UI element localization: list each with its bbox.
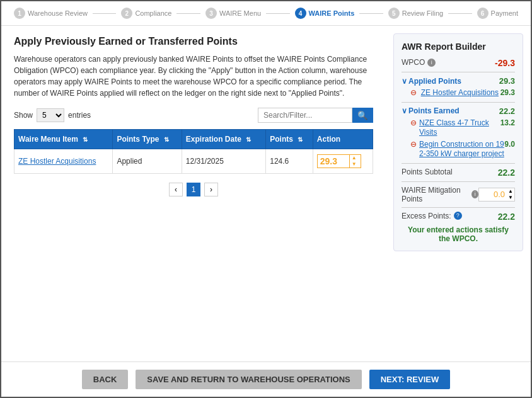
points-earned-value: 22.2 bbox=[499, 106, 515, 116]
step-connector-3 bbox=[266, 13, 289, 14]
show-label: Show bbox=[14, 111, 33, 120]
step-label-6: Payment bbox=[491, 9, 518, 17]
remove-earned-icon-1[interactable]: ⊖ bbox=[410, 118, 417, 127]
waire-mitigation-increment[interactable]: ▲ bbox=[507, 188, 514, 195]
next-review-button[interactable]: NEXT: REVIEW bbox=[369, 370, 450, 389]
step-label-3: WAIRE Menu bbox=[219, 9, 261, 17]
excess-points-help-icon[interactable]: ? bbox=[454, 212, 462, 220]
earned-item-link-1[interactable]: NZE Class 4-7 Truck Visits bbox=[419, 118, 500, 138]
action-value-input[interactable] bbox=[318, 155, 349, 168]
step-label-4: WAIRE Points bbox=[309, 9, 355, 17]
step-connector-4 bbox=[359, 13, 383, 14]
divider-5 bbox=[402, 207, 515, 208]
step-circle-6: 6 bbox=[477, 8, 489, 19]
waire-mitigation-decrement[interactable]: ▼ bbox=[507, 195, 514, 201]
wpco-row: WPCO i -29.3 bbox=[402, 58, 515, 68]
cell-expiration-date: 12/31/2025 bbox=[182, 149, 265, 174]
wpco-value: -29.3 bbox=[495, 58, 515, 68]
divider-4 bbox=[402, 181, 515, 182]
search-input[interactable] bbox=[258, 108, 352, 123]
applied-points-toggle[interactable]: ∨ bbox=[402, 77, 407, 86]
subtotal-label: Points Subtotal bbox=[402, 168, 453, 176]
left-panel: Apply Previously Earned or Transferred P… bbox=[1, 26, 386, 361]
action-spinner: ▲ ▼ bbox=[349, 155, 359, 168]
data-table: Waire Menu Item ⇅ Points Type ⇅ Expirati… bbox=[14, 129, 373, 174]
waire-mitigation-info-icon[interactable]: i bbox=[471, 190, 478, 198]
awr-title: AWR Report Builder bbox=[402, 42, 515, 52]
page-1-button[interactable]: 1 bbox=[187, 183, 200, 196]
subtotal-row: Points Subtotal 22.2 bbox=[402, 168, 515, 178]
step-circle-2: 2 bbox=[121, 8, 132, 19]
earned-item-row-1: ⊖ NZE Class 4-7 Truck Visits 13.2 bbox=[402, 118, 515, 138]
search-button[interactable]: 🔍 bbox=[352, 108, 373, 123]
col-header-expiration-date[interactable]: Expiration Date ⇅ bbox=[182, 130, 265, 149]
step-circle-5: 5 bbox=[388, 8, 400, 19]
earned-item-value-1: 13.2 bbox=[500, 118, 515, 127]
stepper: 1 Warehouse Review 2 Compliance 3 WAIRE … bbox=[1, 1, 531, 26]
action-input-wrap: ▲ ▼ bbox=[317, 154, 361, 168]
col-header-points-type[interactable]: Points Type ⇅ bbox=[113, 130, 182, 149]
cell-points-type: Applied bbox=[113, 149, 182, 174]
wpco-label: WPCO i bbox=[402, 58, 436, 67]
step-circle-4: 4 bbox=[295, 8, 306, 19]
step-connector-2 bbox=[176, 13, 200, 14]
satisfy-message: Your entered actions satisfy the WPCO. bbox=[402, 225, 515, 243]
step-1[interactable]: 1 Warehouse Review bbox=[14, 8, 88, 19]
excess-points-row: Excess Points: ? 22.2 bbox=[402, 212, 515, 222]
save-return-button[interactable]: SAVE AND RETURN TO WAREHOUSE OPERATIONS bbox=[136, 370, 361, 389]
step-6[interactable]: 6 Payment bbox=[477, 8, 518, 19]
earned-item-row-2: ⊖ Begin Construction on 19 2-350 kW char… bbox=[402, 140, 515, 159]
col-header-menu-item[interactable]: Waire Menu Item ⇅ bbox=[14, 130, 113, 149]
awr-report-builder: AWR Report Builder WPCO i -29.3 ∨ Applie… bbox=[393, 33, 523, 251]
prev-page-button[interactable]: ‹ bbox=[169, 183, 183, 196]
sort-icon-points-type: ⇅ bbox=[164, 136, 169, 143]
page-description: Warehouse operators can apply previously… bbox=[14, 54, 373, 99]
pagination: ‹ 1 › bbox=[14, 183, 373, 196]
wpco-info-icon[interactable]: i bbox=[427, 59, 436, 67]
cell-action: ▲ ▼ bbox=[313, 149, 373, 174]
applied-points-value: 29.3 bbox=[499, 76, 515, 86]
remove-applied-icon[interactable]: ⊖ bbox=[410, 88, 417, 97]
menu-item-link[interactable]: ZE Hostler Acquisitions bbox=[18, 157, 96, 166]
search-box: 🔍 bbox=[258, 108, 373, 123]
footer: BACK SAVE AND RETURN TO WAREHOUSE OPERAT… bbox=[1, 361, 531, 397]
subtotal-value: 22.2 bbox=[498, 168, 515, 178]
action-increment-button[interactable]: ▲ bbox=[350, 155, 359, 161]
divider-1 bbox=[402, 72, 515, 72]
cell-menu-item: ZE Hostler Acquisitions bbox=[14, 149, 113, 174]
step-3[interactable]: 3 WAIRE Menu bbox=[205, 8, 261, 19]
step-5[interactable]: 5 Review Filing bbox=[388, 8, 443, 19]
col-header-points[interactable]: Points ⇅ bbox=[266, 130, 313, 149]
remove-earned-icon-2[interactable]: ⊖ bbox=[410, 140, 417, 149]
step-4[interactable]: 4 WAIRE Points bbox=[295, 8, 355, 19]
next-page-button[interactable]: › bbox=[204, 183, 218, 196]
entries-select[interactable]: 5 10 25 bbox=[37, 108, 64, 122]
step-2[interactable]: 2 Compliance bbox=[121, 8, 171, 19]
cell-points: 124.6 bbox=[266, 149, 313, 174]
step-circle-1: 1 bbox=[14, 8, 25, 19]
earned-item-link-2[interactable]: Begin Construction on 19 2-350 kW charge… bbox=[419, 140, 504, 159]
entries-label: entries bbox=[68, 111, 91, 120]
back-button[interactable]: BACK bbox=[82, 370, 129, 389]
sort-icon-menu-item: ⇅ bbox=[83, 136, 88, 143]
waire-mitigation-label: WAIRE Mitigation Points i bbox=[402, 186, 478, 203]
main-content: Apply Previously Earned or Transferred P… bbox=[1, 26, 531, 361]
step-connector-5 bbox=[448, 13, 471, 14]
step-label-2: Compliance bbox=[135, 9, 171, 17]
step-circle-3: 3 bbox=[205, 8, 217, 19]
divider-3 bbox=[402, 163, 515, 164]
waire-mitigation-input[interactable] bbox=[479, 188, 507, 200]
points-earned-toggle[interactable]: ∨ bbox=[402, 106, 407, 115]
table-row: ZE Hostler Acquisitions Applied 12/31/20… bbox=[14, 149, 373, 174]
excess-points-label: Excess Points: ? bbox=[402, 212, 462, 220]
action-decrement-button[interactable]: ▼ bbox=[350, 161, 359, 168]
earned-item-value-2: 9.0 bbox=[504, 140, 515, 149]
step-connector-1 bbox=[93, 13, 116, 14]
sort-icon-points: ⇅ bbox=[298, 136, 303, 143]
waire-mitigation-input-wrap: ▲ ▼ bbox=[478, 188, 515, 201]
applied-item-row: ⊖ ZE Hostler Acquisitions 29.3 bbox=[402, 88, 515, 98]
waire-mitigation-spinner: ▲ ▼ bbox=[507, 188, 514, 200]
applied-points-section: ∨ Applied Points 29.3 bbox=[402, 76, 515, 86]
applied-item-link[interactable]: ZE Hostler Acquisitions bbox=[421, 88, 499, 98]
excess-points-value: 22.2 bbox=[498, 212, 515, 222]
